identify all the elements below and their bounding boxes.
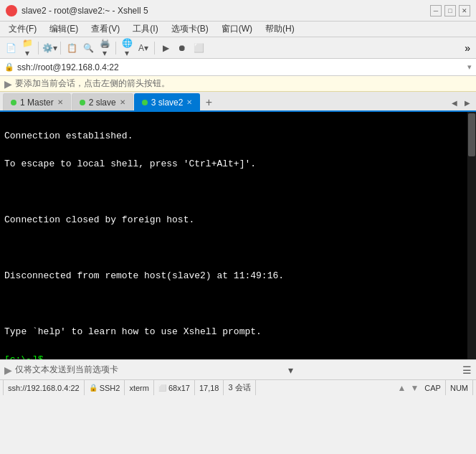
status-down-arrow[interactable]: ▼: [409, 383, 420, 393]
title-bar: slave2 - root@slave2:~ - Xshell 5 ─ □ ✕: [0, 0, 476, 22]
terminal-prompt-local: [c:\~]$: [4, 353, 472, 360]
toolbar-new-btn[interactable]: 📄: [3, 40, 19, 56]
status-num: NUM: [446, 380, 473, 395]
toolbar-group-3: 📋 🔍 🖨️▾: [64, 40, 113, 56]
terminal-line-4: Connection closed by foreign host.: [4, 213, 472, 227]
info-bar: ▶ 要添加当前会话，点击左侧的箭头按钮。: [0, 76, 476, 92]
toolbar-group-1: 📄 📁▾: [3, 40, 35, 56]
tab-slave[interactable]: 2 slave ✕: [72, 93, 133, 110]
send-bar: ▶ 仅将文本发送到当前选项卡 ▾ ☰: [0, 359, 476, 379]
window-controls: ─ □ ✕: [430, 5, 470, 16]
toolbar-open-btn[interactable]: 📁▾: [19, 40, 35, 56]
status-lock-icon: 🔒: [89, 384, 97, 392]
app-icon: [6, 5, 17, 16]
terminal-line-8: Type `help' to learn how to use Xshell p…: [4, 325, 472, 339]
close-button[interactable]: ✕: [459, 5, 470, 16]
status-connection: ssh://192.168.0.4:22: [3, 380, 85, 395]
send-bar-text: 仅将文本发送到当前选项卡: [15, 364, 118, 376]
tab-close-master[interactable]: ✕: [57, 98, 63, 106]
status-position-text: 17,18: [199, 384, 219, 392]
tabs-nav: ◀ ▶: [449, 95, 473, 110]
menu-file[interactable]: 文件(F): [3, 22, 42, 37]
menu-view[interactable]: 查看(V): [85, 22, 125, 37]
address-dropdown-icon[interactable]: ▾: [467, 62, 472, 72]
terminal-line-2: To escape to local shell, press 'Ctrl+Al…: [4, 157, 472, 171]
status-terminal: xterm: [125, 380, 154, 395]
toolbar-props-btn[interactable]: ⚙️▾: [42, 40, 57, 56]
tab-close-slave2[interactable]: ✕: [186, 98, 192, 106]
toolbar-sep-4: [154, 42, 155, 55]
toolbar-find-btn[interactable]: 🔍: [80, 40, 96, 56]
status-position: 17,18: [195, 380, 224, 395]
toolbar-fullscreen-btn[interactable]: ⬜: [191, 40, 206, 56]
toolbar-rec-btn[interactable]: ⏺: [174, 40, 190, 56]
tab-dot-slave: [80, 100, 85, 105]
status-sessions: 3 会话: [224, 380, 255, 395]
tab-add-button[interactable]: +: [201, 95, 216, 110]
toolbar-group-4: 🌐▾ A▾: [119, 40, 151, 56]
terminal-line-6: Disconnected from remote host(slave2) at…: [4, 269, 472, 283]
toolbar-group-5: ▶ ⏺ ⬜: [158, 40, 206, 56]
menu-help[interactable]: 帮助(H): [260, 22, 300, 37]
status-sessions-text: 3 会话: [228, 382, 250, 393]
toolbar-copy-btn[interactable]: 📋: [64, 40, 80, 56]
tab-label-slave2: 3 slave2: [151, 98, 184, 108]
status-caps: CAP: [420, 380, 446, 395]
status-size: ⬜ 68x17: [154, 380, 195, 395]
address-bar: 🔒 ssh://root@192.168.0.4:22 ▾: [0, 59, 476, 76]
status-caps-text: CAP: [424, 384, 441, 392]
tabs-bar: 1 Master ✕ 2 slave ✕ 3 slave2 ✕ + ◀ ▶: [0, 92, 476, 112]
menu-window[interactable]: 窗口(W): [216, 22, 258, 37]
tab-label-master: 1 Master: [20, 98, 54, 108]
terminal-scrollbar[interactable]: [467, 112, 476, 359]
minimize-button[interactable]: ─: [430, 5, 442, 16]
status-protocol-text: SSH2: [100, 384, 120, 392]
toolbar-sep-1: [38, 42, 39, 55]
status-bar: ssh://192.168.0.4:22 🔒 SSH2 xterm ⬜ 68x1…: [0, 379, 476, 395]
toolbar-more-btn[interactable]: »: [462, 42, 473, 54]
info-arrow-icon: ▶: [4, 78, 12, 90]
toolbar-sep-2: [60, 42, 61, 55]
status-up-arrow[interactable]: ▲: [396, 383, 408, 393]
tab-dot-slave2: [142, 100, 148, 105]
tab-prev-button[interactable]: ◀: [449, 95, 460, 110]
status-protocol: 🔒 SSH2: [85, 380, 125, 395]
send-bar-menu-icon[interactable]: ▾: [288, 364, 293, 376]
menu-tools[interactable]: 工具(I): [127, 22, 163, 37]
toolbar-play-btn[interactable]: ▶: [158, 40, 173, 56]
tab-master[interactable]: 1 Master ✕: [3, 93, 71, 110]
terminal-area: Connection established. To escape to loc…: [0, 112, 476, 359]
toolbar-group-2: ⚙️▾: [42, 40, 57, 56]
send-bar-arrow-icon: ▶: [4, 364, 12, 376]
toolbar-globe-btn[interactable]: 🌐▾: [119, 40, 135, 56]
address-text[interactable]: ssh://root@192.168.0.4:22: [17, 62, 465, 72]
toolbar-sep-3: [115, 42, 116, 55]
tab-label-slave: 2 slave: [89, 98, 116, 108]
status-arrows: ▲ ▼: [396, 383, 421, 393]
terminal-line-3: [4, 185, 472, 199]
info-bar-text: 要添加当前会话，点击左侧的箭头按钮。: [15, 77, 170, 90]
status-terminal-text: xterm: [129, 384, 149, 392]
tab-close-slave[interactable]: ✕: [120, 98, 125, 106]
lock-icon: 🔒: [4, 62, 14, 72]
menu-tabs[interactable]: 选项卡(B): [166, 22, 214, 37]
window-title: slave2 - root@slave2:~ - Xshell 5: [22, 6, 430, 16]
status-size-text: 68x17: [168, 384, 190, 392]
send-bar-options-icon[interactable]: ☰: [462, 364, 472, 376]
status-num-text: NUM: [450, 384, 468, 392]
tab-next-button[interactable]: ▶: [462, 95, 473, 110]
maximize-button[interactable]: □: [444, 5, 456, 16]
status-connection-text: ssh://192.168.0.4:22: [8, 384, 80, 392]
terminal-line-1: Connection established.: [4, 129, 472, 143]
tab-slave2[interactable]: 3 slave2 ✕: [134, 93, 201, 110]
menu-bar: 文件(F) 编辑(E) 查看(V) 工具(I) 选项卡(B) 窗口(W) 帮助(…: [0, 22, 476, 37]
tab-dot-master: [11, 100, 16, 105]
menu-edit[interactable]: 编辑(E): [44, 22, 84, 37]
terminal-line-5: [4, 241, 472, 255]
terminal-line-7: [4, 297, 472, 311]
toolbar-font-btn[interactable]: A▾: [135, 40, 151, 56]
terminal-output[interactable]: Connection established. To escape to loc…: [0, 112, 476, 359]
toolbar: 📄 📁▾ ⚙️▾ 📋 🔍 🖨️▾ 🌐▾ A▾ ▶ ⏺ ⬜ »: [0, 37, 476, 59]
terminal-scroll-thumb[interactable]: [468, 113, 475, 156]
toolbar-print-btn[interactable]: 🖨️▾: [97, 40, 113, 56]
